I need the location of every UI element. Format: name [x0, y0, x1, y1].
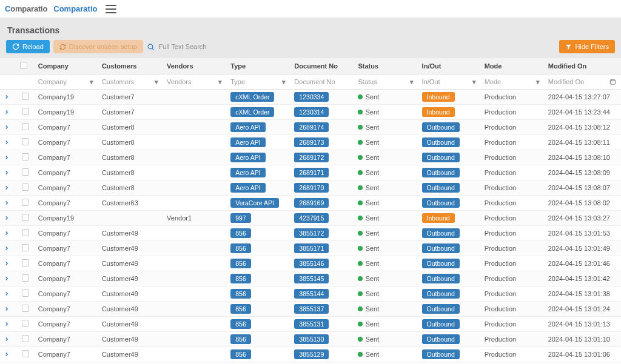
- table-row[interactable]: Company7Customer498563855145SentOutbound…: [0, 271, 621, 286]
- col-type[interactable]: Type: [227, 58, 290, 74]
- table-row[interactable]: Company19Customer7cXML Order1230334SentI…: [0, 90, 621, 105]
- col-in-out[interactable]: In/Out: [418, 58, 481, 74]
- cell-customer: Customer8: [98, 135, 163, 150]
- table-row[interactable]: Company19Vendor19974237915SentInboundPro…: [0, 211, 621, 226]
- col-document-no[interactable]: Document No: [290, 58, 354, 74]
- table-row[interactable]: Company7Customer498563855144SentOutbound…: [0, 286, 621, 302]
- table-row[interactable]: Company7Customer498563855130SentOutbound…: [0, 332, 621, 347]
- row-checkbox[interactable]: [22, 350, 29, 357]
- table-row[interactable]: Company19Customer7cXML Order1230314SentI…: [0, 105, 621, 120]
- hide-filters-button[interactable]: Hide Filters: [559, 40, 615, 53]
- filter-company[interactable]: [37, 76, 96, 87]
- row-checkbox[interactable]: [22, 259, 29, 266]
- expand-icon[interactable]: [4, 245, 13, 251]
- row-checkbox[interactable]: [22, 138, 29, 145]
- cell-vendor: [163, 302, 227, 317]
- expand-icon[interactable]: [4, 351, 13, 357]
- col-vendors[interactable]: Vendors: [163, 58, 227, 74]
- row-checkbox[interactable]: [22, 108, 29, 115]
- expand-icon[interactable]: [4, 94, 13, 100]
- table-row[interactable]: Company7Customer498563855137SentOutbound…: [0, 302, 621, 317]
- expand-icon[interactable]: [4, 170, 13, 176]
- status-dot-icon: [358, 94, 363, 99]
- expand-icon[interactable]: [4, 321, 13, 327]
- row-checkbox[interactable]: [22, 214, 29, 221]
- discover-button[interactable]: Discover unseen setup: [53, 40, 143, 53]
- expand-icon[interactable]: [4, 276, 13, 282]
- col-modified-on[interactable]: Modified On: [545, 58, 621, 74]
- col-status[interactable]: Status: [354, 58, 418, 74]
- row-checkbox[interactable]: [22, 168, 29, 176]
- expand-icon[interactable]: [4, 230, 13, 236]
- filter-type[interactable]: [229, 76, 288, 87]
- table-row[interactable]: Company7Customer8Aero API2689174SentOutb…: [0, 120, 621, 135]
- expand-icon[interactable]: [4, 260, 13, 266]
- expand-icon[interactable]: [4, 215, 13, 221]
- table-row[interactable]: Company7Customer498563855172SentOutbound…: [0, 226, 621, 241]
- row-checkbox[interactable]: [22, 290, 29, 297]
- cell-company: Company19: [35, 105, 98, 120]
- table-row[interactable]: Company7Customer498563855146SentOutbound…: [0, 256, 621, 271]
- document-pill: 4237915: [294, 213, 329, 223]
- expand-icon[interactable]: [4, 154, 13, 160]
- cell-status: Sent: [358, 320, 414, 328]
- table-row[interactable]: Company7Customer8Aero API2689172SentOutb…: [0, 150, 621, 165]
- inout-pill: Outbound: [422, 198, 460, 208]
- select-all-checkbox[interactable]: [20, 62, 27, 69]
- filter-status[interactable]: [357, 76, 415, 87]
- col-mode[interactable]: Mode: [481, 58, 545, 74]
- cell-company: Company7: [35, 196, 98, 211]
- table-row[interactable]: Company7Customer63VeraCore API2689169Sen…: [0, 196, 621, 211]
- row-checkbox[interactable]: [22, 320, 29, 327]
- filter-customers[interactable]: [101, 76, 161, 87]
- filter-document-no[interactable]: [293, 76, 352, 87]
- col-customers[interactable]: Customers: [98, 58, 163, 74]
- menu-icon[interactable]: [106, 5, 116, 13]
- row-checkbox[interactable]: [22, 244, 29, 251]
- col-company[interactable]: Company: [35, 58, 98, 74]
- calendar-icon[interactable]: [609, 79, 616, 85]
- expand-icon[interactable]: [4, 306, 13, 312]
- expand-icon[interactable]: [4, 336, 13, 342]
- inout-pill: Outbound: [422, 243, 460, 253]
- expand-icon[interactable]: [4, 139, 13, 145]
- filter-mode[interactable]: [483, 76, 542, 87]
- filter-modified-on[interactable]: [547, 76, 619, 87]
- expand-icon[interactable]: [4, 291, 13, 297]
- expand-icon[interactable]: [4, 200, 13, 206]
- table-row[interactable]: Company7Customer498563855129SentOutbound…: [0, 347, 621, 362]
- expand-icon[interactable]: [4, 109, 13, 115]
- table-row[interactable]: Company7Customer8Aero API2689170SentOutb…: [0, 180, 621, 196]
- reload-button[interactable]: Reload: [6, 40, 50, 53]
- cell-customer: Customer49: [98, 226, 163, 241]
- inout-pill: Inbound: [422, 213, 455, 223]
- row-checkbox[interactable]: [22, 335, 29, 342]
- row-checkbox[interactable]: [22, 123, 29, 130]
- table-row[interactable]: Company7Customer498563855131SentOutbound…: [0, 317, 621, 332]
- expand-icon[interactable]: [4, 124, 13, 130]
- document-pill: 3855145: [294, 274, 329, 283]
- row-checkbox[interactable]: [22, 93, 29, 100]
- app-title[interactable]: Comparatio: [53, 4, 97, 13]
- row-checkbox[interactable]: [22, 184, 29, 191]
- table-row[interactable]: Company7Customer498563855128SentOutbound…: [0, 362, 621, 365]
- table-row[interactable]: Company7Customer498563855171SentOutbound…: [0, 241, 621, 256]
- cell-mode: Production: [481, 241, 545, 256]
- filter-vendors[interactable]: [166, 76, 224, 87]
- table-row[interactable]: Company7Customer8Aero API2689171SentOutb…: [0, 165, 621, 180]
- table-row[interactable]: Company7Customer8Aero API2689173SentOutb…: [0, 135, 621, 150]
- row-checkbox[interactable]: [22, 153, 29, 160]
- cell-company: Company7: [35, 362, 98, 365]
- page-header: Transactions Reload Discover unseen setu…: [0, 18, 621, 59]
- filter-in-out[interactable]: [421, 76, 478, 87]
- expand-icon[interactable]: [4, 185, 13, 191]
- row-checkbox[interactable]: [22, 199, 29, 206]
- row-checkbox[interactable]: [22, 274, 29, 282]
- search-input[interactable]: [158, 42, 255, 51]
- cell-status: Sent: [358, 290, 414, 297]
- row-checkbox[interactable]: [22, 305, 29, 312]
- cell-status: Sent: [358, 154, 414, 161]
- cell-vendor: [163, 226, 227, 241]
- row-checkbox[interactable]: [22, 229, 29, 236]
- cell-vendor: Vendor1: [163, 211, 227, 226]
